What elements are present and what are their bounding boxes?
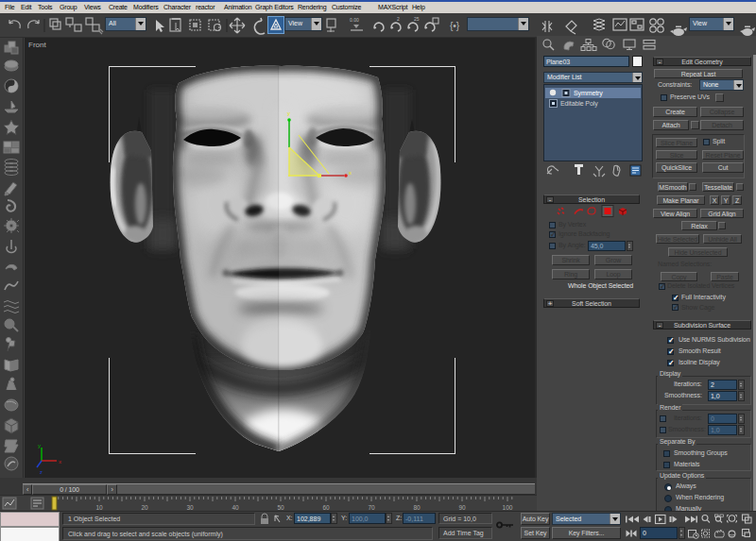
svg-text:x: x <box>59 459 61 465</box>
svg-text:60: 60 <box>322 504 330 511</box>
svg-text:70: 70 <box>368 504 375 511</box>
svg-text:40: 40 <box>232 504 239 511</box>
svg-text:80: 80 <box>413 504 421 511</box>
svg-text:{•}: {•} <box>450 21 460 31</box>
svg-text:20: 20 <box>141 504 148 511</box>
svg-text:y: y <box>287 110 290 116</box>
svg-text:2: 2 <box>397 16 400 22</box>
svg-text:50: 50 <box>277 504 284 511</box>
svg-text:0.00: 0.00 <box>350 17 359 23</box>
svg-text:100: 100 <box>503 504 513 511</box>
svg-text:30: 30 <box>186 504 194 511</box>
svg-text:90: 90 <box>458 504 466 511</box>
svg-text:25: 25 <box>414 16 420 22</box>
svg-text:10: 10 <box>95 504 103 511</box>
svg-text:y: y <box>38 443 41 448</box>
svg-text:x: x <box>349 170 352 176</box>
svg-text:z: z <box>40 469 43 475</box>
